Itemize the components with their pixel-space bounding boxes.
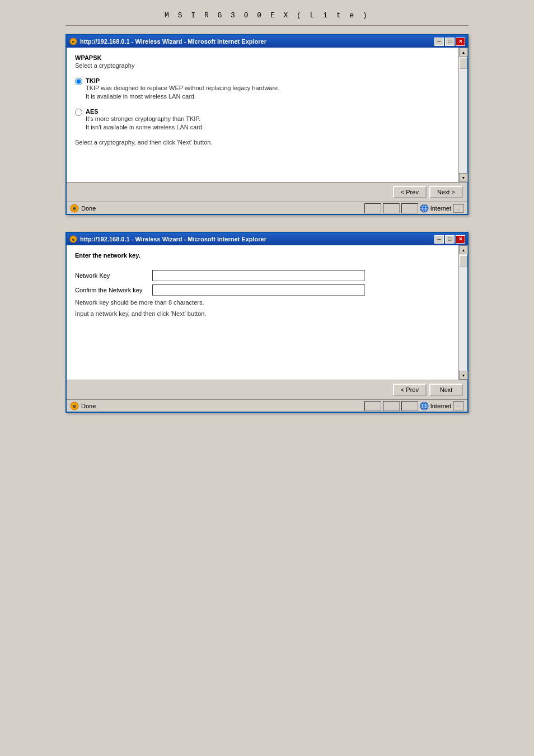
next-button-2[interactable]: Next <box>429 384 463 396</box>
minimize-button-2[interactable]: ─ <box>434 235 444 244</box>
close-button-1[interactable]: ✕ <box>456 38 465 46</box>
window-controls-1: ─ □ ✕ <box>434 38 465 46</box>
status-div-1c <box>401 203 418 213</box>
network-key-note: Network key should be more than 8 charac… <box>75 299 450 306</box>
scroll-down-1[interactable]: ▼ <box>459 173 468 182</box>
ie-icon-1: e <box>69 37 78 46</box>
titlebar-2: e http://192.168.0.1 - Wireless Wizard -… <box>67 233 467 245</box>
confirm-key-row: Confirm the Network key <box>75 284 450 296</box>
scroll-track-2 <box>459 254 467 371</box>
page-divider <box>65 25 469 26</box>
next-button-1[interactable]: Next > <box>429 186 463 198</box>
main-content-2: Enter the network key. Network Key Confi… <box>67 245 458 380</box>
aes-desc-1: It's more stronger cryptography than TKI… <box>86 115 204 123</box>
status-resize-2: ... <box>453 402 464 410</box>
ie-window-1: e http://192.168.0.1 - Wireless Wizard -… <box>65 34 469 215</box>
status-div-1b <box>383 203 400 213</box>
status-div-2c <box>401 401 418 411</box>
ie-status-icon-2: e <box>70 402 79 410</box>
close-button-2[interactable]: ✕ <box>456 235 465 244</box>
prev-button-1[interactable]: < Prev <box>393 186 427 198</box>
ie-window-2: e http://192.168.0.1 - Wireless Wizard -… <box>65 232 469 413</box>
network-key-label: Network Key <box>75 272 148 279</box>
aes-label: AES <box>86 108 204 115</box>
instruction-text-1: Select a cryptography, and then click 'N… <box>75 139 450 146</box>
content-area-1: WPAPSK Select a cryptography TKIP TKIP w… <box>67 48 467 182</box>
confirm-key-label: Confirm the Network key <box>75 287 148 293</box>
scroll-thumb-1 <box>460 58 467 69</box>
tkip-label: TKIP <box>86 77 279 84</box>
ie-icon-2: e <box>69 235 78 244</box>
footer-2: < Prev Next <box>67 380 467 399</box>
status-resize-1: ... <box>453 204 464 213</box>
tkip-radio[interactable] <box>75 78 82 85</box>
scrollbar-2[interactable]: ▲ ▼ <box>458 245 467 380</box>
status-text-right-1: Internet <box>430 205 451 212</box>
tkip-desc-1: TKIP was designed to replace WEP without… <box>86 84 279 92</box>
section-title-2: Enter the network key. <box>75 252 450 259</box>
internet-icon-1 <box>420 204 429 213</box>
section-title-1: WPAPSK <box>75 54 450 61</box>
status-left-1: e Done <box>70 204 96 213</box>
tkip-radio-item: TKIP TKIP was designed to replace WEP wi… <box>75 77 450 101</box>
aes-label-block: AES It's more stronger cryptography than… <box>86 108 204 132</box>
status-div-1a <box>364 203 381 213</box>
tkip-label-block: TKIP TKIP was designed to replace WEP wi… <box>86 77 279 101</box>
scroll-up-1[interactable]: ▲ <box>459 48 468 57</box>
content-area-2: Enter the network key. Network Key Confi… <box>67 245 467 380</box>
statusbar-2: e Done Internet ... <box>67 399 467 412</box>
scroll-up-2[interactable]: ▲ <box>459 245 468 254</box>
status-text-left-2: Done <box>81 403 96 409</box>
section-subtitle-1: Select a cryptography <box>75 62 450 69</box>
status-right-2: Internet ... <box>364 401 464 411</box>
window-controls-2: ─ □ ✕ <box>434 235 465 244</box>
scroll-thumb-2 <box>460 255 467 267</box>
network-key-row: Network Key <box>75 270 450 281</box>
status-div-2a <box>364 401 381 411</box>
confirm-key-input[interactable] <box>152 284 365 296</box>
page-title: M S I R G 3 0 0 E X ( L i t e ) <box>165 11 369 20</box>
network-key-instruction: Input a network key, and then click 'Nex… <box>75 310 450 317</box>
minimize-button-1[interactable]: ─ <box>434 38 444 46</box>
statusbar-1: e Done Internet ... <box>67 202 467 214</box>
titlebar-text-1: http://192.168.0.1 - Wireless Wizard - M… <box>80 38 432 45</box>
titlebar-text-2: http://192.168.0.1 - Wireless Wizard - M… <box>80 236 432 242</box>
restore-button-1[interactable]: □ <box>445 38 455 46</box>
titlebar-1: e http://192.168.0.1 - Wireless Wizard -… <box>67 35 467 48</box>
status-left-2: e Done <box>70 402 96 410</box>
scrollbar-1[interactable]: ▲ ▼ <box>458 48 467 182</box>
prev-button-2[interactable]: < Prev <box>393 384 427 396</box>
restore-button-2[interactable]: □ <box>445 235 455 244</box>
scroll-down-2[interactable]: ▼ <box>459 371 468 380</box>
svg-text:e: e <box>73 206 76 211</box>
svg-text:e: e <box>72 39 75 44</box>
status-right-1: Internet ... <box>364 203 464 213</box>
scroll-track-1 <box>459 57 467 173</box>
status-text-right-2: Internet <box>430 403 451 409</box>
footer-1: < Prev Next > <box>67 182 467 202</box>
svg-text:e: e <box>72 237 75 242</box>
status-div-2b <box>383 401 400 411</box>
internet-icon-2 <box>420 402 429 410</box>
status-text-left-1: Done <box>81 205 96 212</box>
tkip-desc-2: It is available in most wireless LAN car… <box>86 92 279 101</box>
svg-text:e: e <box>73 403 76 409</box>
aes-radio-item: AES It's more stronger cryptography than… <box>75 108 450 132</box>
aes-desc-2: It isn't available in some wireless LAN … <box>86 123 204 132</box>
main-content-1: WPAPSK Select a cryptography TKIP TKIP w… <box>67 48 458 182</box>
ie-status-icon-1: e <box>70 204 79 213</box>
aes-radio[interactable] <box>75 109 82 116</box>
network-key-input[interactable] <box>152 270 365 281</box>
